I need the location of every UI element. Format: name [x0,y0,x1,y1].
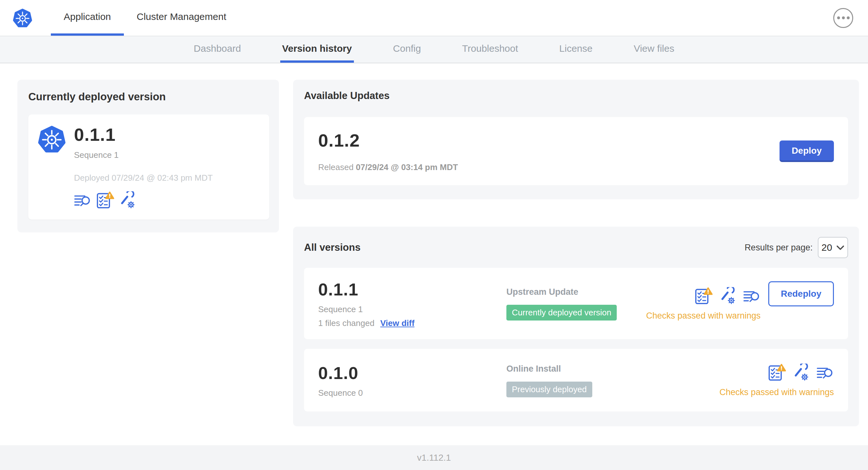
logs-icon[interactable] [74,194,91,209]
app-footer: v1.112.1 [0,445,868,470]
view-diff-link[interactable]: View diff [380,318,414,328]
released-date: 07/29/24 @ 03:14 pm MDT [356,162,458,172]
source-label: Online Install [506,364,719,374]
kubernetes-app-icon [38,125,66,153]
update-row: 0.1.2 Released 07/29/24 @ 03:14 pm MDT D… [304,117,848,185]
results-per-page-select[interactable]: 20 [818,237,848,258]
source-label: Upstream Update [506,287,646,297]
deployed-sequence: Sequence 1 [74,150,213,160]
version-source: Upstream Update Currently deployed versi… [506,279,646,328]
all-versions-header: All versions Results per page: 20 [304,237,848,258]
tab-version-history[interactable]: Version history [280,36,354,63]
deployed-version-number: 0.1.1 [74,124,213,145]
main-content: Currently deployed version 0.1.1 Sequenc… [0,63,868,445]
config-icon[interactable] [793,364,809,381]
version-info: 0.1.0 Sequence 0 [318,363,506,398]
version-sequence: Sequence 0 [318,388,506,398]
files-changed: 1 files changed [318,318,374,328]
results-per-page: Results per page: 20 [744,237,848,258]
logs-icon[interactable] [743,290,761,304]
version-sequence: Sequence 1 [318,304,506,314]
version-actions: Checks passed with warnings Redeploy [646,279,834,328]
update-version-number: 0.1.2 [318,130,458,151]
deployed-timestamp: Deployed 07/29/24 @ 02:43 pm MDT [74,173,213,183]
available-updates-title: Available Updates [304,90,848,102]
version-info: 0.1.1 Sequence 1 1 files changed View di… [318,279,506,328]
chevron-down-icon [836,245,844,250]
right-column: Available Updates 0.1.2 Released 07/29/2… [293,80,859,426]
version-action-icons [695,287,761,304]
version-row-0-1-1: 0.1.1 Sequence 1 1 files changed View di… [304,268,848,339]
config-icon[interactable] [720,287,736,304]
update-released-line: Released 07/29/24 @ 03:14 pm MDT [318,162,458,172]
header-spacer [239,0,833,36]
header-tabs: Application Cluster Management [51,0,239,36]
tab-troubleshoot[interactable]: Troubleshoot [460,36,520,63]
kubernetes-logo-icon [13,8,32,28]
currently-deployed-title: Currently deployed version [28,91,269,103]
preflight-checks-warning-icon[interactable] [695,287,713,304]
redeploy-button[interactable]: Redeploy [768,281,834,306]
checks-status-link[interactable]: Checks passed with warnings [719,388,834,397]
app-logo [13,0,32,36]
results-per-page-label: Results per page: [744,243,813,253]
status-badge: Previously deployed [506,381,592,397]
tab-config[interactable]: Config [391,36,423,63]
version-row-0-1-0: 0.1.0 Sequence 0 Online Install Previous… [304,349,848,411]
released-label: Released [318,162,353,172]
deploy-button[interactable]: Deploy [779,140,834,162]
logs-icon[interactable] [816,367,834,381]
all-versions-title: All versions [304,242,361,253]
ellipsis-icon [837,16,840,19]
deployed-action-icons [74,191,213,209]
checks-status-link[interactable]: Checks passed with warnings [646,311,761,321]
status-badge: Currently deployed version [506,305,617,321]
version-action-icons [768,364,834,381]
tab-license[interactable]: License [557,36,594,63]
tab-cluster-management[interactable]: Cluster Management [124,0,239,36]
version-actions: Checks passed with warnings [719,363,834,398]
top-header: Application Cluster Management [0,0,868,36]
all-versions-card: All versions Results per page: 20 0.1.1 … [293,227,859,426]
more-menu-button[interactable] [833,8,853,28]
tab-view-files[interactable]: View files [632,36,676,63]
console-version: v1.112.1 [417,452,451,463]
app-subnav: Dashboard Version history Config Trouble… [0,36,868,63]
version-number: 0.1.1 [318,279,506,299]
preflight-checks-warning-icon[interactable] [768,364,786,381]
deployed-version-panel: 0.1.1 Sequence 1 Deployed 07/29/24 @ 02:… [28,114,269,220]
preflight-checks-warning-icon[interactable] [96,191,115,209]
config-icon[interactable] [120,191,136,209]
version-source: Online Install Previously deployed [506,363,719,398]
available-updates-card: Available Updates 0.1.2 Released 07/29/2… [293,80,859,199]
tab-application[interactable]: Application [51,0,124,36]
version-number: 0.1.0 [318,363,506,383]
currently-deployed-card: Currently deployed version 0.1.1 Sequenc… [18,80,279,232]
tab-dashboard[interactable]: Dashboard [192,36,243,63]
results-per-page-value: 20 [822,242,832,253]
